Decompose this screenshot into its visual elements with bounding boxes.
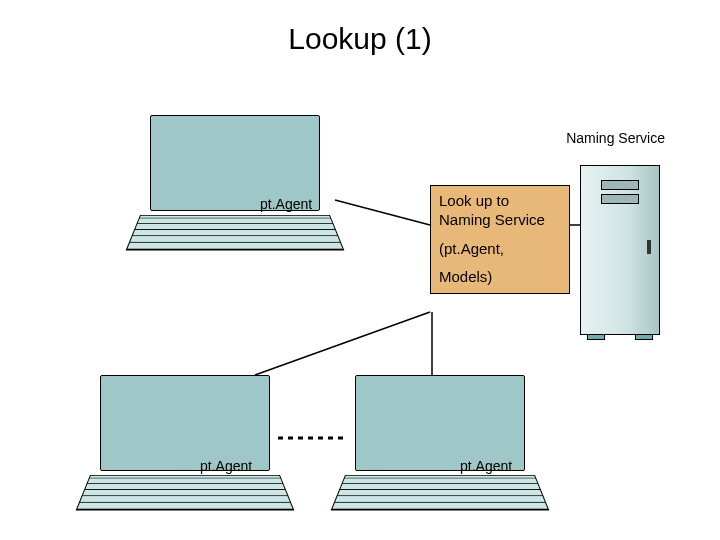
laptop-bottom-left: [90, 375, 280, 525]
server-tower: [580, 165, 660, 335]
laptop-bottom-right: [345, 375, 535, 525]
laptop-top: [140, 115, 330, 265]
lookup-box: Look up to Naming Service (pt.Agent, Mod…: [430, 185, 570, 294]
server-foot: [587, 334, 605, 340]
laptop-keyboard: [331, 475, 550, 510]
svg-line-0: [335, 200, 430, 225]
laptop-screen: [355, 375, 525, 471]
server-slot: [647, 240, 651, 254]
lookup-box-line3: Models): [439, 268, 561, 287]
laptop-top-label: pt.Agent: [260, 196, 312, 212]
laptop-bottom-right-label: pt.Agent: [460, 458, 512, 474]
lookup-box-line1: Look up to Naming Service: [439, 192, 561, 230]
laptop-screen: [100, 375, 270, 471]
page-title: Lookup (1): [0, 22, 720, 56]
laptop-bottom-left-label: pt.Agent: [200, 458, 252, 474]
laptop-keyboard: [126, 215, 345, 250]
server-foot: [635, 334, 653, 340]
lookup-box-line2: (pt.Agent,: [439, 240, 561, 259]
svg-line-2: [255, 312, 430, 375]
laptop-keyboard: [76, 475, 295, 510]
naming-service-label: Naming Service: [566, 130, 665, 146]
